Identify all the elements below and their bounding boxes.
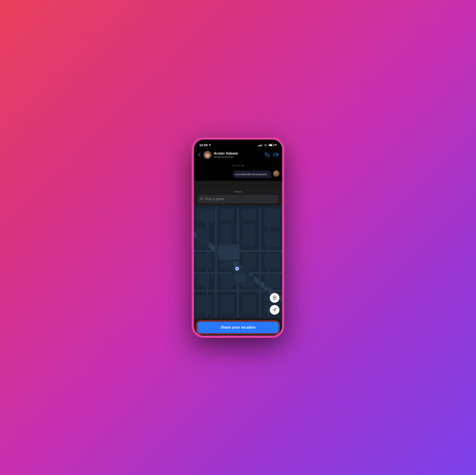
video-icon bbox=[273, 152, 279, 157]
contact-name: Arslan Saleem bbox=[214, 151, 263, 155]
search-bar[interactable]: Find a place bbox=[197, 195, 279, 203]
contact-info: Arslan Saleem designwitharslan bbox=[214, 151, 263, 159]
svg-rect-21 bbox=[220, 209, 234, 220]
svg-rect-24 bbox=[220, 275, 233, 287]
phone-icon bbox=[265, 152, 270, 157]
time-display: 10:50 bbox=[199, 143, 208, 147]
svg-marker-41 bbox=[273, 308, 277, 311]
navigate-icon bbox=[272, 308, 277, 312]
svg-rect-37 bbox=[219, 246, 239, 259]
svg-rect-25 bbox=[220, 295, 234, 313]
contact-handle: designwitharslan bbox=[214, 155, 263, 159]
svg-marker-0 bbox=[277, 153, 278, 155]
wifi-icon bbox=[264, 144, 267, 147]
svg-rect-27 bbox=[242, 225, 255, 247]
svg-rect-32 bbox=[264, 231, 280, 247]
svg-rect-33 bbox=[264, 253, 280, 269]
message-timestamp: Fri 4:34 PM bbox=[232, 164, 244, 167]
map-container[interactable] bbox=[194, 206, 282, 318]
message-bubble: mom2twolittl ehumansinl... bbox=[233, 170, 272, 178]
message-area: Fri 4:34 PM bbox=[194, 162, 282, 169]
search-icon bbox=[200, 197, 203, 201]
svg-rect-1 bbox=[274, 153, 277, 156]
svg-rect-31 bbox=[264, 209, 280, 227]
svg-rect-17 bbox=[196, 227, 209, 247]
message-text: mom2twolittl ehumansinl... bbox=[235, 173, 269, 176]
header-actions bbox=[265, 152, 279, 158]
location-dot bbox=[235, 267, 239, 270]
status-bar: 10:50 78 bbox=[194, 140, 282, 149]
share-location-button[interactable]: Share your location bbox=[197, 322, 279, 333]
svg-rect-20 bbox=[196, 295, 212, 313]
svg-point-40 bbox=[274, 297, 275, 298]
svg-rect-30 bbox=[242, 295, 256, 313]
svg-rect-34 bbox=[264, 275, 280, 287]
handle-bar bbox=[234, 191, 242, 192]
navigate-button[interactable] bbox=[270, 305, 279, 315]
svg-rect-18 bbox=[196, 253, 212, 269]
bottom-sheet: Find a place bbox=[194, 189, 282, 336]
call-button[interactable] bbox=[265, 152, 270, 158]
message-avatar bbox=[273, 170, 279, 177]
location-pin-button[interactable] bbox=[270, 293, 279, 303]
status-icons: 78 bbox=[257, 144, 277, 147]
svg-rect-19 bbox=[196, 275, 209, 286]
share-disclaimer: Your live location will be shared for 1 … bbox=[197, 333, 279, 336]
map-svg bbox=[194, 206, 282, 318]
pin-icon bbox=[272, 296, 277, 300]
phone-frame: 10:50 78 bbox=[192, 137, 284, 338]
map-buttons bbox=[270, 293, 279, 315]
video-button[interactable] bbox=[273, 152, 279, 158]
status-time: 10:50 bbox=[199, 143, 211, 147]
svg-rect-28 bbox=[242, 253, 256, 269]
svg-rect-39 bbox=[235, 273, 246, 282]
location-arrow-icon bbox=[208, 144, 211, 147]
svg-rect-26 bbox=[242, 209, 256, 220]
chat-header: Arslan Saleem designwitharslan bbox=[194, 149, 282, 162]
sheet-handle bbox=[194, 189, 282, 194]
signal-icon bbox=[257, 144, 262, 147]
back-button[interactable] bbox=[197, 151, 202, 159]
avatar bbox=[204, 151, 212, 159]
battery-icon: 78 bbox=[269, 144, 277, 146]
svg-rect-16 bbox=[196, 209, 214, 222]
battery-percent: 78 bbox=[274, 144, 277, 146]
svg-rect-22 bbox=[220, 225, 231, 247]
svg-line-4 bbox=[202, 199, 203, 200]
share-area: Share your location Your live location w… bbox=[194, 318, 282, 336]
search-placeholder: Find a place bbox=[205, 197, 224, 201]
svg-point-2 bbox=[276, 172, 277, 174]
chat-message: mom2twolittl ehumansinl... bbox=[194, 169, 282, 181]
